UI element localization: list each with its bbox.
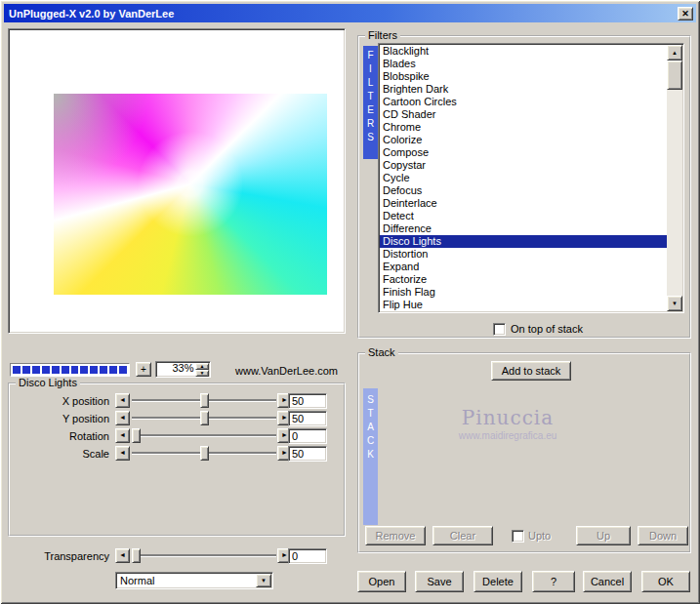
filter-item[interactable]: Colorize (380, 134, 667, 146)
filter-item[interactable]: Blobspike (380, 70, 667, 83)
slider-label: Transparency (8, 550, 109, 562)
slider-track[interactable] (132, 428, 276, 443)
filter-item[interactable]: Chrome (380, 121, 667, 134)
open-button[interactable]: Open (357, 571, 406, 592)
arrow-up-icon: ▲ (672, 50, 678, 56)
filters-scrollbar[interactable]: ▲ ▼ (667, 45, 682, 311)
arrow-left-icon: ◄ (119, 548, 126, 561)
filter-item[interactable]: CD Shader (380, 108, 667, 121)
blend-mode-dropdown-button[interactable]: ▼ (256, 574, 271, 587)
slider-decrease-button[interactable]: ◄ (115, 548, 130, 563)
progress-segment (42, 366, 50, 374)
arrow-down-icon: ▼ (200, 371, 205, 376)
filters-vertical-label: F I L T E R S (363, 46, 378, 159)
zoom-in-button[interactable]: + (136, 362, 151, 377)
close-button[interactable]: ✕ (678, 7, 693, 20)
progress-segment (90, 366, 98, 374)
preview-image[interactable] (54, 94, 327, 295)
arrow-right-icon: ► (281, 411, 288, 423)
slider-track[interactable] (132, 393, 276, 408)
progress-segment (71, 366, 79, 374)
watermark-url: www.maidiregrafica.eu (391, 430, 625, 441)
stack-group-label: Stack (365, 346, 398, 358)
progress-segment (119, 366, 127, 374)
filter-item[interactable]: Compose (380, 146, 667, 159)
chevron-down-icon: ▼ (261, 578, 267, 584)
slider-row-scale: Scale ◄ ► (8, 446, 332, 462)
filter-item[interactable]: Cycle (380, 172, 667, 184)
slider-thumb[interactable] (200, 446, 209, 461)
progress-segment (22, 366, 30, 374)
arrow-right-icon: ► (281, 446, 288, 459)
slider-value-input[interactable] (288, 446, 327, 462)
scrollbar-thumb[interactable] (667, 60, 682, 90)
progress-segment (80, 366, 88, 374)
filters-list: BlacklightBladesBlobspikeBrighten DarkCa… (380, 45, 667, 313)
zoom-control[interactable]: 33% ▲ ▼ (155, 361, 211, 378)
slider-thumb[interactable] (200, 393, 209, 408)
zoom-spin-down-button[interactable]: ▼ (195, 370, 209, 377)
params-group-label: Disco Lights (16, 377, 80, 388)
filter-item[interactable]: Expand (380, 261, 667, 273)
add-to-stack-button[interactable]: Add to stack (491, 361, 571, 381)
upto-checkbox-label: Upto (528, 530, 551, 543)
filter-item[interactable]: Difference (380, 222, 667, 235)
arrow-right-icon: ► (281, 393, 288, 406)
slider-value-input[interactable] (288, 428, 327, 444)
stack-remove-button[interactable]: Remove (365, 526, 426, 545)
slider-track[interactable] (132, 411, 276, 425)
filter-item[interactable]: Detect (380, 210, 667, 222)
filter-item[interactable]: Blacklight (380, 45, 667, 58)
save-button[interactable]: Save (415, 571, 464, 592)
filters-group-label: Filters (365, 29, 400, 41)
arrow-left-icon: ◄ (119, 411, 126, 423)
slider-track[interactable] (132, 446, 276, 461)
stack-up-button[interactable]: Up (576, 526, 631, 545)
filter-item[interactable]: Deinterlace (380, 197, 667, 210)
slider-value-input[interactable] (288, 411, 327, 426)
stack-down-button[interactable]: Down (638, 526, 688, 545)
filter-item[interactable]: Flip Intensity (380, 311, 667, 313)
preview-panel[interactable] (8, 28, 346, 334)
blend-mode-select[interactable]: Normal ▼ (115, 572, 273, 589)
delete-button[interactable]: Delete (474, 571, 522, 592)
cancel-button[interactable]: Cancel (583, 571, 632, 592)
filter-item[interactable]: Finish Flag (380, 286, 667, 299)
slider-decrease-button[interactable]: ◄ (115, 393, 130, 408)
filter-item[interactable]: Cartoon Circles (380, 96, 667, 108)
filter-item[interactable]: Brighten Dark (380, 83, 667, 96)
ok-button[interactable]: OK (641, 571, 690, 592)
plus-icon: + (141, 363, 146, 376)
filter-item[interactable]: Distortion (380, 248, 667, 261)
slider-track[interactable] (132, 548, 276, 563)
vendor-website-link[interactable]: www.VanDerLee.com (211, 365, 338, 377)
on-top-checkbox[interactable] (493, 323, 506, 336)
filter-item[interactable]: Blades (380, 58, 667, 70)
filter-item[interactable]: Flip Hue (380, 299, 667, 311)
slider-row-y-position: Y position ◄ ► (8, 411, 332, 426)
title-bar[interactable]: UnPlugged-X v2.0 by VanDerLee ✕ (4, 4, 696, 22)
slider-thumb[interactable] (132, 428, 141, 443)
slider-value-input[interactable] (288, 548, 327, 564)
filters-listbox[interactable]: BlacklightBladesBlobspikeBrighten DarkCa… (378, 43, 684, 313)
slider-thumb[interactable] (200, 411, 209, 425)
filter-item[interactable]: Defocus (380, 184, 667, 197)
slider-decrease-button[interactable]: ◄ (115, 446, 130, 461)
upto-checkbox[interactable] (512, 530, 524, 543)
filter-item[interactable]: Factorize (380, 273, 667, 286)
zoom-spin-up-button[interactable]: ▲ (195, 363, 209, 370)
filter-item[interactable]: Disco Lights (380, 235, 667, 248)
slider-row-x-position: X position ◄ ► (8, 393, 332, 409)
filter-item[interactable]: Copystar (380, 159, 667, 172)
slider-row-transparency: Transparency ◄ ► (8, 548, 332, 564)
scroll-up-button[interactable]: ▲ (667, 45, 682, 60)
stack-clear-button[interactable]: Clear (432, 526, 493, 545)
help-button[interactable]: ? (532, 571, 575, 592)
slider-value-input[interactable] (288, 393, 327, 409)
scroll-down-button[interactable]: ▼ (667, 296, 682, 311)
slider-decrease-button[interactable]: ◄ (115, 428, 130, 443)
slider-decrease-button[interactable]: ◄ (115, 411, 130, 425)
slider-thumb[interactable] (132, 548, 141, 563)
progress-segment (109, 366, 117, 374)
arrow-up-icon: ▲ (200, 364, 205, 369)
